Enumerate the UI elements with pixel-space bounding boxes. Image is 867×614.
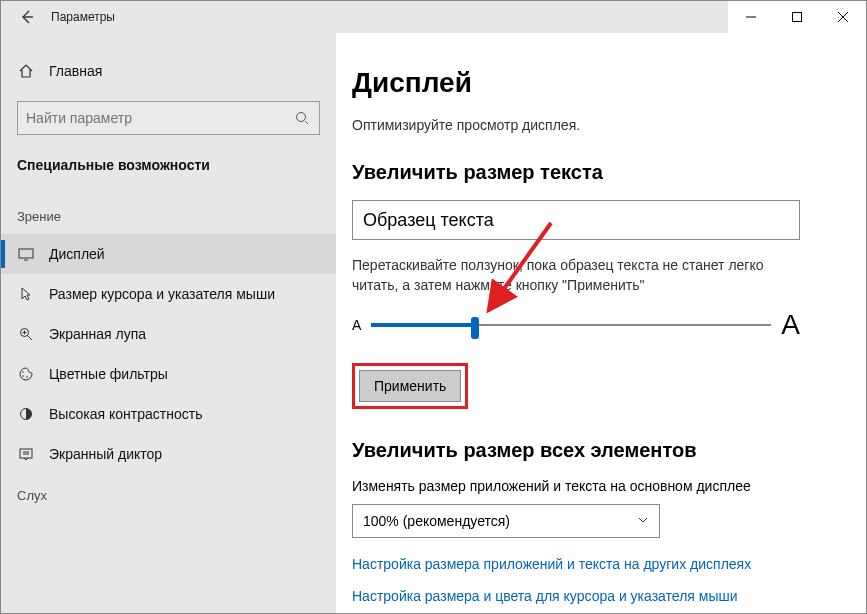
slider-fill [371, 323, 475, 327]
sample-text-box: Образец текста [352, 200, 800, 240]
sidebar-item-label: Экранный диктор [49, 446, 162, 462]
contrast-icon [17, 405, 35, 423]
titlebar: Параметры [1, 1, 866, 33]
scale-select-value: 100% (рекомендуется) [363, 513, 510, 529]
text-size-slider-row: A A [352, 309, 800, 341]
scale-label: Изменять размер приложений и текста на о… [352, 478, 866, 494]
minimize-button[interactable] [728, 1, 774, 33]
sidebar-item-label: Дисплей [49, 246, 105, 262]
search-box[interactable] [17, 101, 320, 135]
sidebar-item-narrator[interactable]: Экранный диктор [1, 434, 336, 474]
sidebar-item-label: Экранная лупа [49, 326, 146, 342]
narrator-icon [17, 445, 35, 463]
sidebar-item-cursor[interactable]: Размер курсора и указателя мыши [1, 274, 336, 314]
svg-line-5 [305, 121, 308, 124]
text-size-heading: Увеличить размер текста [352, 161, 866, 184]
svg-line-11 [28, 336, 32, 340]
search-input[interactable] [26, 110, 293, 126]
sidebar-item-color-filters[interactable]: Цветные фильтры [1, 354, 336, 394]
close-button[interactable] [820, 1, 866, 33]
page-title: Дисплей [352, 67, 866, 99]
svg-point-12 [22, 371, 24, 373]
svg-point-14 [26, 376, 28, 378]
link-other-displays[interactable]: Настройка размера приложений и текста на… [352, 556, 866, 572]
scale-select[interactable]: 100% (рекомендуется) [352, 504, 660, 538]
apply-button[interactable]: Применить [359, 370, 461, 402]
slider-instruction: Перетаскивайте ползунок, пока образец те… [352, 256, 800, 295]
slider-label-big: A [781, 309, 800, 341]
back-button[interactable] [17, 7, 37, 27]
main-content: Дисплей Оптимизируйте просмотр дисплея. … [336, 33, 866, 613]
magnifier-icon [17, 325, 35, 343]
svg-rect-1 [793, 13, 802, 22]
home-icon [17, 62, 35, 80]
sidebar-item-label: Цветные фильтры [49, 366, 168, 382]
window-controls [728, 1, 866, 33]
annotation-highlight-box: Применить [352, 363, 468, 409]
sidebar-home[interactable]: Главная [1, 51, 336, 91]
monitor-icon [17, 245, 35, 263]
slider-thumb[interactable] [471, 317, 479, 339]
sidebar-group-vision: Зрение [1, 195, 336, 234]
sidebar-item-high-contrast[interactable]: Высокая контрастность [1, 394, 336, 434]
sidebar-home-label: Главная [49, 63, 102, 79]
sidebar-item-magnifier[interactable]: Экранная лупа [1, 314, 336, 354]
sidebar-item-label: Размер курсора и указателя мыши [49, 286, 275, 302]
sidebar: Главная Специальные возможности Зрение Д… [1, 33, 336, 613]
link-cursor-color[interactable]: Настройка размера и цвета для курсора и … [352, 588, 866, 604]
page-subtitle: Оптимизируйте просмотр дисплея. [352, 117, 866, 133]
scale-heading: Увеличить размер всех элементов [352, 439, 866, 462]
sidebar-item-display[interactable]: Дисплей [1, 234, 336, 274]
palette-icon [17, 365, 35, 383]
sidebar-group-hearing: Слух [1, 474, 336, 513]
slider-label-small: A [352, 317, 361, 333]
svg-point-13 [22, 375, 24, 377]
search-icon [293, 109, 311, 127]
text-size-slider[interactable] [371, 315, 771, 335]
titlebar-left: Параметры [1, 1, 336, 33]
sidebar-item-label: Высокая контрастность [49, 406, 202, 422]
svg-rect-6 [19, 249, 33, 258]
svg-point-4 [297, 113, 306, 122]
window-title: Параметры [51, 10, 115, 24]
sidebar-category: Специальные возможности [1, 157, 336, 195]
cursor-icon [17, 285, 35, 303]
maximize-button[interactable] [774, 1, 820, 33]
chevron-down-icon [637, 513, 649, 529]
